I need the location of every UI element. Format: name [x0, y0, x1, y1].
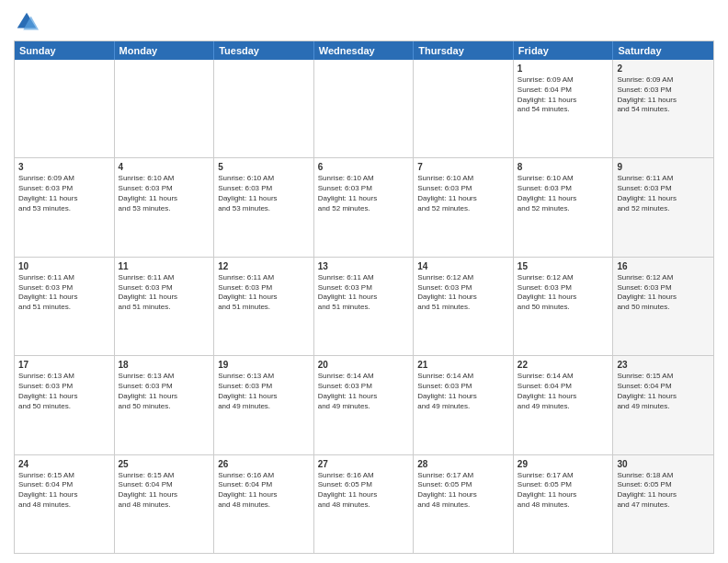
weekday-header: Wednesday — [314, 41, 415, 60]
logo-icon — [14, 9, 40, 35]
calendar-cell — [314, 60, 415, 157]
day-number: 15 — [518, 260, 609, 272]
calendar-cell: 13Sunrise: 6:11 AM Sunset: 6:03 PM Dayli… — [314, 258, 415, 355]
calendar-header: SundayMondayTuesdayWednesdayThursdayFrid… — [15, 41, 713, 60]
day-number: 18 — [119, 359, 210, 371]
day-number: 6 — [318, 161, 410, 173]
day-info: Sunrise: 6:12 AM Sunset: 6:03 PM Dayligh… — [617, 273, 710, 313]
day-number: 13 — [318, 260, 410, 272]
calendar-cell: 25Sunrise: 6:15 AM Sunset: 6:04 PM Dayli… — [115, 455, 215, 553]
calendar-cell: 22Sunrise: 6:14 AM Sunset: 6:04 PM Dayli… — [514, 356, 614, 454]
logo — [14, 9, 43, 35]
weekday-header: Tuesday — [214, 41, 314, 60]
calendar-body: 1Sunrise: 6:09 AM Sunset: 6:04 PM Daylig… — [15, 60, 713, 553]
day-number: 27 — [318, 458, 410, 470]
day-number: 20 — [318, 359, 410, 371]
calendar: SundayMondayTuesdayWednesdayThursdayFrid… — [14, 40, 714, 554]
calendar-cell: 28Sunrise: 6:17 AM Sunset: 6:05 PM Dayli… — [414, 455, 514, 553]
day-number: 1 — [518, 63, 609, 75]
day-number: 29 — [518, 458, 609, 470]
day-info: Sunrise: 6:10 AM Sunset: 6:03 PM Dayligh… — [518, 174, 609, 213]
day-info: Sunrise: 6:16 AM Sunset: 6:04 PM Dayligh… — [218, 471, 310, 511]
weekday-header: Thursday — [414, 41, 514, 60]
day-number: 5 — [218, 161, 310, 173]
day-info: Sunrise: 6:13 AM Sunset: 6:03 PM Dayligh… — [18, 372, 110, 411]
calendar-row: 24Sunrise: 6:15 AM Sunset: 6:04 PM Dayli… — [15, 454, 713, 553]
calendar-cell — [214, 60, 314, 157]
day-number: 22 — [518, 359, 609, 371]
day-info: Sunrise: 6:09 AM Sunset: 6:03 PM Dayligh… — [18, 174, 110, 213]
calendar-cell: 17Sunrise: 6:13 AM Sunset: 6:03 PM Dayli… — [15, 356, 115, 454]
day-info: Sunrise: 6:10 AM Sunset: 6:03 PM Dayligh… — [218, 174, 310, 213]
day-info: Sunrise: 6:11 AM Sunset: 6:03 PM Dayligh… — [318, 273, 410, 313]
day-number: 2 — [617, 63, 710, 75]
day-info: Sunrise: 6:17 AM Sunset: 6:05 PM Dayligh… — [518, 471, 609, 511]
calendar-cell: 12Sunrise: 6:11 AM Sunset: 6:03 PM Dayli… — [214, 258, 314, 355]
weekday-header: Monday — [115, 41, 215, 60]
calendar-cell: 4Sunrise: 6:10 AM Sunset: 6:03 PM Daylig… — [115, 158, 215, 256]
day-info: Sunrise: 6:11 AM Sunset: 6:03 PM Dayligh… — [617, 174, 710, 213]
day-number: 4 — [119, 161, 210, 173]
calendar-cell: 24Sunrise: 6:15 AM Sunset: 6:04 PM Dayli… — [15, 455, 115, 553]
calendar-cell — [414, 60, 514, 157]
calendar-cell: 7Sunrise: 6:10 AM Sunset: 6:03 PM Daylig… — [414, 158, 514, 256]
calendar-cell — [115, 60, 215, 157]
day-info: Sunrise: 6:11 AM Sunset: 6:03 PM Dayligh… — [119, 273, 210, 313]
day-number: 26 — [218, 458, 310, 470]
calendar-cell: 23Sunrise: 6:15 AM Sunset: 6:04 PM Dayli… — [613, 356, 713, 454]
day-number: 30 — [617, 458, 710, 470]
day-number: 19 — [218, 359, 310, 371]
day-info: Sunrise: 6:11 AM Sunset: 6:03 PM Dayligh… — [18, 273, 110, 313]
day-number: 9 — [617, 161, 710, 173]
day-info: Sunrise: 6:10 AM Sunset: 6:03 PM Dayligh… — [119, 174, 210, 213]
day-number: 14 — [417, 260, 509, 272]
day-number: 8 — [518, 161, 609, 173]
day-info: Sunrise: 6:10 AM Sunset: 6:03 PM Dayligh… — [318, 174, 410, 213]
page: SundayMondayTuesdayWednesdayThursdayFrid… — [0, 0, 728, 563]
calendar-cell: 14Sunrise: 6:12 AM Sunset: 6:03 PM Dayli… — [414, 258, 514, 355]
calendar-row: 10Sunrise: 6:11 AM Sunset: 6:03 PM Dayli… — [15, 257, 713, 355]
day-info: Sunrise: 6:09 AM Sunset: 6:04 PM Dayligh… — [518, 75, 609, 115]
day-number: 24 — [18, 458, 110, 470]
calendar-cell: 2Sunrise: 6:09 AM Sunset: 6:03 PM Daylig… — [613, 60, 713, 157]
calendar-cell: 20Sunrise: 6:14 AM Sunset: 6:03 PM Dayli… — [314, 356, 415, 454]
day-info: Sunrise: 6:12 AM Sunset: 6:03 PM Dayligh… — [518, 273, 609, 313]
day-info: Sunrise: 6:13 AM Sunset: 6:03 PM Dayligh… — [218, 372, 310, 411]
calendar-cell: 5Sunrise: 6:10 AM Sunset: 6:03 PM Daylig… — [214, 158, 314, 256]
weekday-header: Sunday — [15, 41, 115, 60]
calendar-cell: 8Sunrise: 6:10 AM Sunset: 6:03 PM Daylig… — [514, 158, 614, 256]
day-number: 7 — [417, 161, 509, 173]
header — [14, 9, 714, 35]
day-info: Sunrise: 6:09 AM Sunset: 6:03 PM Dayligh… — [617, 75, 710, 115]
calendar-cell: 15Sunrise: 6:12 AM Sunset: 6:03 PM Dayli… — [514, 258, 614, 355]
day-info: Sunrise: 6:14 AM Sunset: 6:04 PM Dayligh… — [518, 372, 609, 411]
day-number: 21 — [417, 359, 509, 371]
calendar-cell: 9Sunrise: 6:11 AM Sunset: 6:03 PM Daylig… — [613, 158, 713, 256]
calendar-cell: 16Sunrise: 6:12 AM Sunset: 6:03 PM Dayli… — [613, 258, 713, 355]
weekday-header: Saturday — [613, 41, 713, 60]
day-info: Sunrise: 6:14 AM Sunset: 6:03 PM Dayligh… — [417, 372, 509, 411]
day-number: 17 — [18, 359, 110, 371]
day-info: Sunrise: 6:16 AM Sunset: 6:05 PM Dayligh… — [318, 471, 410, 511]
calendar-cell: 30Sunrise: 6:18 AM Sunset: 6:05 PM Dayli… — [613, 455, 713, 553]
calendar-cell: 19Sunrise: 6:13 AM Sunset: 6:03 PM Dayli… — [214, 356, 314, 454]
day-info: Sunrise: 6:15 AM Sunset: 6:04 PM Dayligh… — [617, 372, 710, 411]
day-info: Sunrise: 6:13 AM Sunset: 6:03 PM Dayligh… — [119, 372, 210, 411]
day-info: Sunrise: 6:17 AM Sunset: 6:05 PM Dayligh… — [417, 471, 509, 511]
calendar-row: 1Sunrise: 6:09 AM Sunset: 6:04 PM Daylig… — [15, 60, 713, 157]
calendar-cell: 3Sunrise: 6:09 AM Sunset: 6:03 PM Daylig… — [15, 158, 115, 256]
weekday-header: Friday — [514, 41, 614, 60]
day-number: 12 — [218, 260, 310, 272]
day-info: Sunrise: 6:18 AM Sunset: 6:05 PM Dayligh… — [617, 471, 710, 511]
day-info: Sunrise: 6:12 AM Sunset: 6:03 PM Dayligh… — [417, 273, 509, 313]
calendar-row: 17Sunrise: 6:13 AM Sunset: 6:03 PM Dayli… — [15, 355, 713, 454]
day-number: 3 — [18, 161, 110, 173]
calendar-cell: 27Sunrise: 6:16 AM Sunset: 6:05 PM Dayli… — [314, 455, 415, 553]
calendar-cell — [15, 60, 115, 157]
calendar-cell: 26Sunrise: 6:16 AM Sunset: 6:04 PM Dayli… — [214, 455, 314, 553]
day-number: 11 — [119, 260, 210, 272]
calendar-cell: 11Sunrise: 6:11 AM Sunset: 6:03 PM Dayli… — [115, 258, 215, 355]
day-info: Sunrise: 6:15 AM Sunset: 6:04 PM Dayligh… — [18, 471, 110, 511]
day-number: 10 — [18, 260, 110, 272]
calendar-cell: 21Sunrise: 6:14 AM Sunset: 6:03 PM Dayli… — [414, 356, 514, 454]
